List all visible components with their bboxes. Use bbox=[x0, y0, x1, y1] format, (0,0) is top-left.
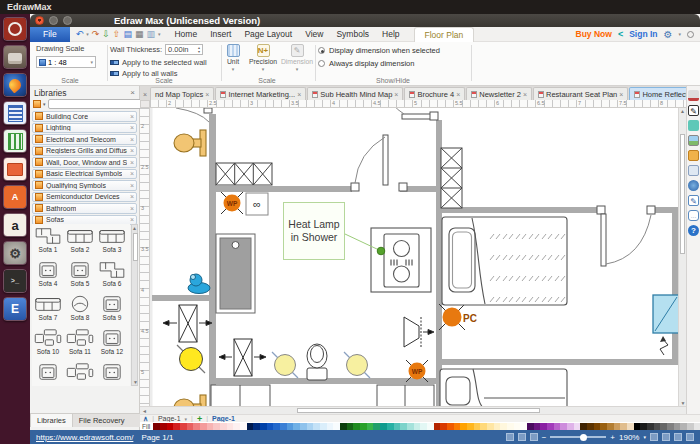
launcher-ubuntu-software-icon[interactable]: A bbox=[3, 185, 27, 209]
color-swatch[interactable] bbox=[474, 423, 481, 430]
color-swatch[interactable] bbox=[654, 423, 661, 430]
color-swatch[interactable] bbox=[440, 423, 447, 430]
sofa-symbol[interactable]: Sofa 3 bbox=[96, 224, 128, 258]
color-swatch[interactable] bbox=[414, 423, 421, 430]
menu-view[interactable]: View bbox=[305, 29, 323, 39]
clipart-icon[interactable] bbox=[688, 165, 699, 176]
color-swatch[interactable] bbox=[293, 423, 300, 430]
launcher-settings-icon[interactable]: ⚙ bbox=[3, 241, 27, 265]
precision-button[interactable]: N+ Precision ▾ bbox=[250, 44, 276, 72]
comment-icon[interactable]: … bbox=[688, 210, 699, 221]
color-swatch[interactable] bbox=[253, 423, 260, 430]
dimension-button[interactable]: ✎ Dimension ▾ bbox=[284, 44, 310, 72]
color-swatch[interactable] bbox=[487, 423, 494, 430]
color-swatch[interactable] bbox=[614, 423, 621, 430]
color-swatch[interactable] bbox=[267, 423, 274, 430]
sofa-symbol[interactable]: Sofa 1 bbox=[32, 224, 64, 258]
menu-symbols[interactable]: Symbols bbox=[336, 29, 369, 39]
edrawsoft-link[interactable]: https://www.edrawsoft.com/ bbox=[36, 433, 133, 442]
drawing-scale-dropdown[interactable]: 1 : 48 ▾ bbox=[36, 56, 96, 68]
zoom-level[interactable]: 190% bbox=[619, 433, 639, 442]
color-swatch[interactable] bbox=[547, 423, 554, 430]
chevron-down-icon[interactable]: ▾ bbox=[643, 434, 646, 440]
color-swatch[interactable] bbox=[500, 423, 507, 430]
color-swatch[interactable] bbox=[273, 423, 280, 430]
sofa-symbol[interactable]: Sofa 8 bbox=[64, 292, 96, 326]
color-swatch[interactable] bbox=[634, 423, 641, 430]
close-icon[interactable]: × bbox=[130, 182, 134, 189]
sidebar-item-electrical-and-telecom[interactable]: Electrical and Telecom× bbox=[32, 134, 137, 145]
tab-floor-plan[interactable]: Floor Plan bbox=[414, 27, 475, 42]
color-swatch[interactable] bbox=[560, 423, 567, 430]
color-swatch[interactable] bbox=[380, 423, 387, 430]
close-icon[interactable]: × bbox=[140, 91, 150, 100]
titlebar[interactable]: Edraw Max (Unlicensed Version) bbox=[30, 14, 700, 27]
sofa-symbol[interactable]: Sofa 10 bbox=[32, 326, 64, 360]
page-view-icon[interactable] bbox=[506, 433, 514, 441]
document-tab[interactable]: Internet Marketing...× bbox=[215, 87, 306, 100]
gear-icon[interactable]: ⚙ bbox=[664, 29, 673, 40]
color-swatch[interactable] bbox=[320, 423, 327, 430]
sidebar-item-lighting[interactable]: Lighting× bbox=[32, 123, 137, 134]
document-tab[interactable]: Newsletter 2× bbox=[466, 87, 532, 100]
color-swatch[interactable] bbox=[460, 423, 467, 430]
pin-icon[interactable] bbox=[687, 31, 694, 38]
color-swatch[interactable] bbox=[227, 423, 234, 430]
sofa-symbol[interactable]: Sofa 4 bbox=[32, 258, 64, 292]
color-swatch[interactable] bbox=[567, 423, 574, 430]
chevron-down-icon[interactable]: ▾ bbox=[185, 416, 188, 422]
color-swatch[interactable] bbox=[187, 423, 194, 430]
color-swatch[interactable] bbox=[280, 423, 287, 430]
sofa-symbol[interactable]: Sofa 9 bbox=[96, 292, 128, 326]
sidebar-item-bathroom[interactable]: Bathroom× bbox=[32, 203, 137, 214]
close-icon[interactable]: × bbox=[130, 170, 134, 177]
file-menu-button[interactable]: File bbox=[30, 27, 70, 42]
sofa-symbol[interactable] bbox=[32, 360, 64, 386]
color-swatch[interactable] bbox=[447, 423, 454, 430]
color-swatch[interactable] bbox=[514, 423, 521, 430]
close-icon[interactable]: × bbox=[130, 147, 134, 154]
undo-caret-icon[interactable]: ▾ bbox=[86, 31, 89, 37]
radio-display-when-selected[interactable]: Display dimension when selected bbox=[318, 46, 468, 55]
color-swatch[interactable] bbox=[600, 423, 607, 430]
wall-thickness-input[interactable]: 0.00in ▴▾ bbox=[165, 44, 203, 55]
color-swatch[interactable] bbox=[554, 423, 561, 430]
color-swatch[interactable] bbox=[467, 423, 474, 430]
background-icon[interactable] bbox=[688, 150, 699, 161]
color-swatch[interactable] bbox=[607, 423, 614, 430]
radio-always-display[interactable]: Always display dimension bbox=[318, 59, 468, 68]
close-icon[interactable]: × bbox=[130, 88, 135, 97]
magnifier-icon[interactable] bbox=[674, 433, 682, 441]
launcher-amazon-icon[interactable]: a bbox=[3, 213, 27, 237]
color-swatch[interactable] bbox=[287, 423, 294, 430]
book-view-icon[interactable] bbox=[518, 433, 526, 441]
color-swatch[interactable] bbox=[213, 423, 220, 430]
redo-icon[interactable]: ↷ bbox=[92, 29, 100, 39]
color-swatch[interactable] bbox=[167, 423, 174, 430]
color-swatch[interactable] bbox=[367, 423, 374, 430]
sofa-symbol[interactable] bbox=[96, 360, 128, 386]
fullscreen-icon[interactable] bbox=[686, 433, 694, 441]
color-swatch[interactable] bbox=[400, 423, 407, 430]
close-icon[interactable]: × bbox=[130, 159, 134, 166]
color-swatch[interactable] bbox=[480, 423, 487, 430]
color-swatch[interactable] bbox=[340, 423, 347, 430]
color-swatch[interactable] bbox=[520, 423, 527, 430]
sidebar-item-semiconductor-devices[interactable]: Semiconductor Devices× bbox=[32, 192, 137, 203]
close-icon[interactable]: × bbox=[130, 205, 134, 212]
color-swatch[interactable] bbox=[540, 423, 547, 430]
menu-home[interactable]: Home bbox=[174, 29, 197, 39]
color-swatch[interactable] bbox=[587, 423, 594, 430]
library-search-input[interactable] bbox=[48, 99, 145, 109]
color-swatch[interactable] bbox=[193, 423, 200, 430]
color-swatch[interactable] bbox=[660, 423, 667, 430]
fill-color-icon[interactable] bbox=[688, 120, 699, 131]
panels-caret-icon[interactable]: ▾ bbox=[158, 31, 161, 37]
drawing-canvas[interactable]: ∞ WP WP bbox=[150, 108, 678, 406]
close-icon[interactable]: × bbox=[130, 113, 134, 120]
color-swatch[interactable] bbox=[420, 423, 427, 430]
close-icon[interactable]: × bbox=[456, 91, 460, 98]
color-swatch[interactable] bbox=[387, 423, 394, 430]
chevron-down-icon[interactable]: ▾ bbox=[43, 101, 46, 107]
fit-page-icon[interactable] bbox=[650, 433, 658, 441]
